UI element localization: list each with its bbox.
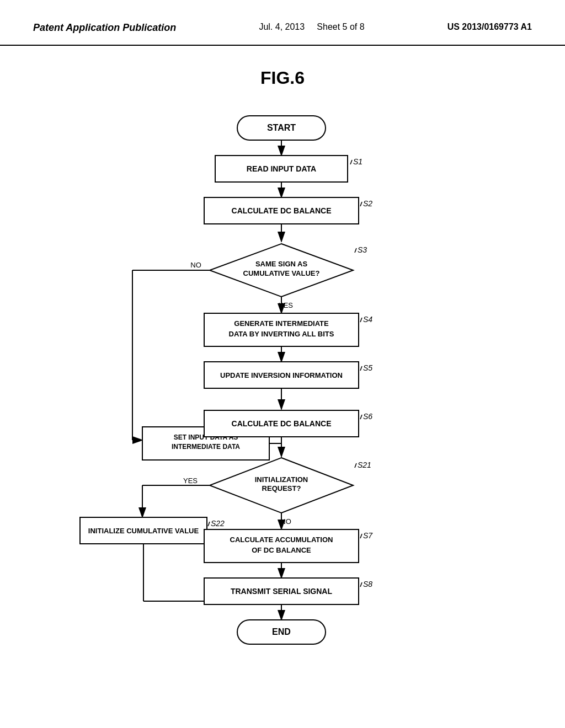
svg-text:GENERATE INTERMEDIATE: GENERATE INTERMEDIATE	[234, 319, 329, 328]
svg-text:OF DC BALANCE: OF DC BALANCE	[252, 546, 311, 554]
svg-text:NO: NO	[280, 517, 291, 526]
svg-text:SAME SIGN AS: SAME SIGN AS	[255, 260, 307, 268]
svg-text:CALCULATE DC BALANCE: CALCULATE DC BALANCE	[232, 419, 332, 428]
flowchart-diagram: START READ INPUT DATA S1 CALCULATE DC BA…	[0, 105, 565, 711]
svg-text:NO: NO	[190, 261, 201, 269]
svg-text:END: END	[272, 627, 291, 636]
svg-text:CALCULATE ACCUMULATION: CALCULATE ACCUMULATION	[230, 536, 333, 544]
publication-label: Patent Application Publication	[33, 22, 176, 34]
svg-text:YES: YES	[279, 301, 293, 309]
svg-text:YES: YES	[183, 477, 198, 485]
page-header: Patent Application Publication Jul. 4, 2…	[0, 0, 565, 46]
svg-text:S4: S4	[363, 315, 372, 324]
header-center-info: Jul. 4, 2013 Sheet 5 of 8	[259, 22, 364, 32]
svg-text:S2: S2	[363, 199, 372, 208]
svg-text:UPDATE INVERSION INFORMATION: UPDATE INVERSION INFORMATION	[220, 371, 343, 379]
publication-date: Jul. 4, 2013	[259, 22, 305, 31]
svg-text:S5: S5	[363, 363, 372, 372]
svg-text:TRANSMIT SERIAL SIGNAL: TRANSMIT SERIAL SIGNAL	[231, 587, 333, 596]
svg-text:S3: S3	[358, 245, 367, 254]
svg-text:S8: S8	[363, 580, 372, 588]
svg-text:DATA BY INVERTING ALL BITS: DATA BY INVERTING ALL BITS	[229, 330, 334, 338]
svg-text:START: START	[267, 123, 296, 132]
svg-text:S6: S6	[363, 412, 372, 421]
svg-text:CUMULATIVE VALUE?: CUMULATIVE VALUE?	[243, 269, 320, 277]
svg-text:S7: S7	[363, 531, 373, 540]
svg-text:INTERMEDIATE DATA: INTERMEDIATE DATA	[172, 443, 240, 451]
svg-text:S21: S21	[358, 461, 371, 469]
svg-text:INITIALIZATION: INITIALIZATION	[255, 475, 308, 484]
svg-text:REQUEST?: REQUEST?	[262, 484, 301, 493]
svg-text:READ INPUT DATA: READ INPUT DATA	[247, 164, 316, 173]
svg-text:S22: S22	[211, 519, 225, 528]
svg-text:INITIALIZE CUMULATIVE VALUE: INITIALIZE CUMULATIVE VALUE	[88, 527, 199, 535]
sheet-info: Sheet 5 of 8	[317, 22, 364, 31]
svg-text:CALCULATE DC BALANCE: CALCULATE DC BALANCE	[232, 206, 332, 215]
svg-text:S1: S1	[353, 157, 363, 166]
patent-number: US 2013/0169773 A1	[447, 22, 532, 32]
figure-title: FIG.6	[0, 68, 565, 88]
